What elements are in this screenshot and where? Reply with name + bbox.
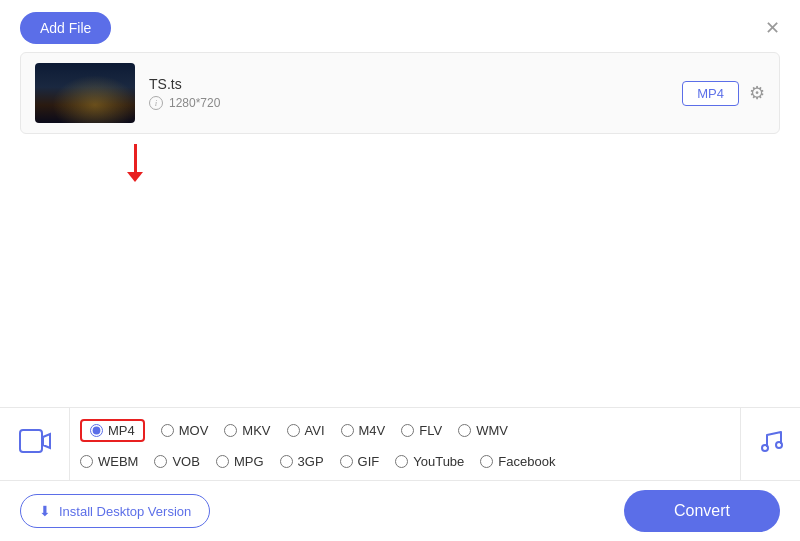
install-label: Install Desktop Version — [59, 504, 191, 519]
file-item: TS.ts i 1280*720 MP4 ⚙ — [21, 53, 779, 133]
format-radio-mp4[interactable] — [90, 424, 103, 437]
arrow-down — [127, 144, 143, 182]
format-option-wmv[interactable]: WMV — [458, 423, 508, 438]
svg-point-3 — [776, 442, 782, 448]
file-meta: i 1280*720 — [149, 96, 668, 110]
file-name: TS.ts — [149, 76, 668, 92]
format-label-facebook: Facebook — [498, 454, 555, 469]
svg-point-2 — [762, 445, 768, 451]
format-radio-wmv[interactable] — [458, 424, 471, 437]
format-option-m4v[interactable]: M4V — [341, 423, 386, 438]
format-radio-3gp[interactable] — [280, 455, 293, 468]
format-option-mov[interactable]: MOV — [161, 423, 209, 438]
add-file-button[interactable]: Add File — [20, 12, 111, 44]
format-label-mov: MOV — [179, 423, 209, 438]
format-option-flv[interactable]: FLV — [401, 423, 442, 438]
file-thumbnail — [35, 63, 135, 123]
format-radio-m4v[interactable] — [341, 424, 354, 437]
format-option-vob[interactable]: VOB — [154, 454, 199, 469]
format-radio-mpg[interactable] — [216, 455, 229, 468]
format-radio-mkv[interactable] — [224, 424, 237, 437]
close-icon[interactable]: ✕ — [765, 19, 780, 37]
format-option-facebook[interactable]: Facebook — [480, 454, 555, 469]
format-option-avi[interactable]: AVI — [287, 423, 325, 438]
format-option-webm[interactable]: WEBM — [80, 454, 138, 469]
format-radio-mov[interactable] — [161, 424, 174, 437]
format-options: MP4 MOV MKV AVI M4V FLV — [70, 413, 740, 475]
format-bar: MP4 MOV MKV AVI M4V FLV — [0, 407, 800, 481]
format-label-3gp: 3GP — [298, 454, 324, 469]
format-label-mpg: MPG — [234, 454, 264, 469]
download-icon: ⬇ — [39, 503, 51, 519]
footer: ⬇ Install Desktop Version Convert — [0, 481, 800, 541]
format-label-mkv: MKV — [242, 423, 270, 438]
svg-marker-1 — [43, 434, 50, 448]
format-radio-vob[interactable] — [154, 455, 167, 468]
settings-icon[interactable]: ⚙ — [749, 82, 765, 104]
video-icon — [19, 427, 51, 462]
file-list: TS.ts i 1280*720 MP4 ⚙ — [20, 52, 780, 134]
format-option-gif[interactable]: GIF — [340, 454, 380, 469]
format-radio-avi[interactable] — [287, 424, 300, 437]
format-row-1: MP4 MOV MKV AVI M4V FLV — [80, 413, 730, 448]
format-radio-webm[interactable] — [80, 455, 93, 468]
format-option-mpg[interactable]: MPG — [216, 454, 264, 469]
format-radio-flv[interactable] — [401, 424, 414, 437]
install-desktop-button[interactable]: ⬇ Install Desktop Version — [20, 494, 210, 528]
format-label-vob: VOB — [172, 454, 199, 469]
format-option-youtube[interactable]: YouTube — [395, 454, 464, 469]
format-label-wmv: WMV — [476, 423, 508, 438]
format-option-3gp[interactable]: 3GP — [280, 454, 324, 469]
svg-rect-0 — [20, 430, 42, 452]
format-row-2: WEBM VOB MPG 3GP GIF YouTube — [80, 448, 730, 475]
video-format-icon-button[interactable] — [0, 408, 70, 480]
format-radio-gif[interactable] — [340, 455, 353, 468]
format-option-mp4[interactable]: MP4 — [80, 419, 145, 442]
arrow-container — [0, 134, 800, 182]
file-actions: MP4 ⚙ — [682, 81, 765, 106]
info-icon: i — [149, 96, 163, 110]
format-label-m4v: M4V — [359, 423, 386, 438]
format-label-mp4: MP4 — [108, 423, 135, 438]
file-info: TS.ts i 1280*720 — [149, 76, 668, 110]
arrow-line — [134, 144, 137, 172]
music-icon — [757, 427, 785, 461]
audio-format-icon-button[interactable] — [740, 408, 800, 480]
header: Add File ✕ — [0, 0, 800, 52]
arrow-head — [127, 172, 143, 182]
format-radio-facebook[interactable] — [480, 455, 493, 468]
format-label-flv: FLV — [419, 423, 442, 438]
file-resolution: 1280*720 — [169, 96, 220, 110]
format-label-avi: AVI — [305, 423, 325, 438]
format-badge[interactable]: MP4 — [682, 81, 739, 106]
format-label-gif: GIF — [358, 454, 380, 469]
convert-button[interactable]: Convert — [624, 490, 780, 532]
format-label-youtube: YouTube — [413, 454, 464, 469]
format-radio-youtube[interactable] — [395, 455, 408, 468]
content-area — [0, 134, 800, 354]
format-option-mkv[interactable]: MKV — [224, 423, 270, 438]
format-label-webm: WEBM — [98, 454, 138, 469]
